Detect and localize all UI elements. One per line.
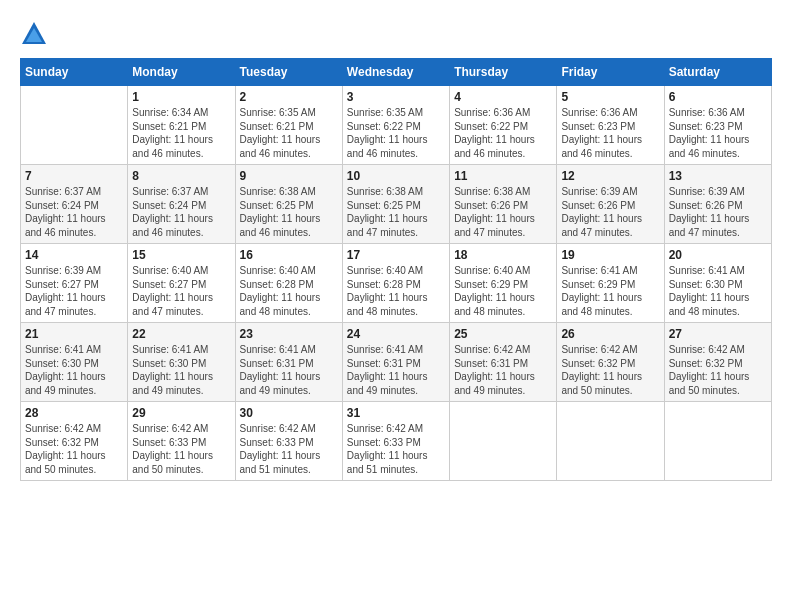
day-info: Sunrise: 6:41 AMSunset: 6:30 PMDaylight:…	[669, 264, 767, 318]
calendar-table: SundayMondayTuesdayWednesdayThursdayFrid…	[20, 58, 772, 481]
calendar-cell: 13Sunrise: 6:39 AMSunset: 6:26 PMDayligh…	[664, 165, 771, 244]
day-info: Sunrise: 6:36 AMSunset: 6:22 PMDaylight:…	[454, 106, 552, 160]
calendar-cell: 16Sunrise: 6:40 AMSunset: 6:28 PMDayligh…	[235, 244, 342, 323]
calendar-cell	[21, 86, 128, 165]
calendar-cell: 19Sunrise: 6:41 AMSunset: 6:29 PMDayligh…	[557, 244, 664, 323]
day-info: Sunrise: 6:38 AMSunset: 6:25 PMDaylight:…	[347, 185, 445, 239]
calendar-cell: 11Sunrise: 6:38 AMSunset: 6:26 PMDayligh…	[450, 165, 557, 244]
calendar-cell: 28Sunrise: 6:42 AMSunset: 6:32 PMDayligh…	[21, 402, 128, 481]
day-number: 26	[561, 327, 659, 341]
day-info: Sunrise: 6:42 AMSunset: 6:33 PMDaylight:…	[240, 422, 338, 476]
logo-icon	[20, 20, 48, 48]
day-number: 20	[669, 248, 767, 262]
day-number: 16	[240, 248, 338, 262]
day-info: Sunrise: 6:42 AMSunset: 6:33 PMDaylight:…	[132, 422, 230, 476]
day-info: Sunrise: 6:35 AMSunset: 6:22 PMDaylight:…	[347, 106, 445, 160]
calendar-cell: 17Sunrise: 6:40 AMSunset: 6:28 PMDayligh…	[342, 244, 449, 323]
calendar-cell: 22Sunrise: 6:41 AMSunset: 6:30 PMDayligh…	[128, 323, 235, 402]
calendar-header-thursday: Thursday	[450, 59, 557, 86]
day-number: 31	[347, 406, 445, 420]
day-info: Sunrise: 6:40 AMSunset: 6:28 PMDaylight:…	[347, 264, 445, 318]
calendar-week-row: 7Sunrise: 6:37 AMSunset: 6:24 PMDaylight…	[21, 165, 772, 244]
day-info: Sunrise: 6:42 AMSunset: 6:31 PMDaylight:…	[454, 343, 552, 397]
day-info: Sunrise: 6:37 AMSunset: 6:24 PMDaylight:…	[25, 185, 123, 239]
day-number: 25	[454, 327, 552, 341]
calendar-week-row: 21Sunrise: 6:41 AMSunset: 6:30 PMDayligh…	[21, 323, 772, 402]
day-info: Sunrise: 6:36 AMSunset: 6:23 PMDaylight:…	[561, 106, 659, 160]
calendar-cell: 3Sunrise: 6:35 AMSunset: 6:22 PMDaylight…	[342, 86, 449, 165]
calendar-cell: 10Sunrise: 6:38 AMSunset: 6:25 PMDayligh…	[342, 165, 449, 244]
calendar-cell: 26Sunrise: 6:42 AMSunset: 6:32 PMDayligh…	[557, 323, 664, 402]
day-info: Sunrise: 6:41 AMSunset: 6:29 PMDaylight:…	[561, 264, 659, 318]
logo	[20, 20, 52, 48]
day-number: 30	[240, 406, 338, 420]
day-number: 3	[347, 90, 445, 104]
day-number: 19	[561, 248, 659, 262]
calendar-cell	[450, 402, 557, 481]
calendar-cell: 14Sunrise: 6:39 AMSunset: 6:27 PMDayligh…	[21, 244, 128, 323]
day-number: 17	[347, 248, 445, 262]
day-number: 27	[669, 327, 767, 341]
day-info: Sunrise: 6:34 AMSunset: 6:21 PMDaylight:…	[132, 106, 230, 160]
day-number: 4	[454, 90, 552, 104]
calendar-header-monday: Monday	[128, 59, 235, 86]
calendar-cell: 7Sunrise: 6:37 AMSunset: 6:24 PMDaylight…	[21, 165, 128, 244]
day-info: Sunrise: 6:40 AMSunset: 6:28 PMDaylight:…	[240, 264, 338, 318]
day-info: Sunrise: 6:35 AMSunset: 6:21 PMDaylight:…	[240, 106, 338, 160]
calendar-cell	[557, 402, 664, 481]
day-info: Sunrise: 6:40 AMSunset: 6:27 PMDaylight:…	[132, 264, 230, 318]
calendar-header-row: SundayMondayTuesdayWednesdayThursdayFrid…	[21, 59, 772, 86]
calendar-header-wednesday: Wednesday	[342, 59, 449, 86]
day-number: 23	[240, 327, 338, 341]
day-number: 15	[132, 248, 230, 262]
day-info: Sunrise: 6:41 AMSunset: 6:30 PMDaylight:…	[25, 343, 123, 397]
day-number: 7	[25, 169, 123, 183]
day-number: 28	[25, 406, 123, 420]
day-info: Sunrise: 6:41 AMSunset: 6:30 PMDaylight:…	[132, 343, 230, 397]
calendar-week-row: 14Sunrise: 6:39 AMSunset: 6:27 PMDayligh…	[21, 244, 772, 323]
day-number: 13	[669, 169, 767, 183]
day-number: 5	[561, 90, 659, 104]
day-number: 14	[25, 248, 123, 262]
calendar-cell	[664, 402, 771, 481]
day-number: 29	[132, 406, 230, 420]
page-header	[20, 20, 772, 48]
day-number: 24	[347, 327, 445, 341]
calendar-header-friday: Friday	[557, 59, 664, 86]
day-info: Sunrise: 6:42 AMSunset: 6:33 PMDaylight:…	[347, 422, 445, 476]
calendar-cell: 27Sunrise: 6:42 AMSunset: 6:32 PMDayligh…	[664, 323, 771, 402]
day-number: 2	[240, 90, 338, 104]
day-info: Sunrise: 6:41 AMSunset: 6:31 PMDaylight:…	[240, 343, 338, 397]
calendar-cell: 4Sunrise: 6:36 AMSunset: 6:22 PMDaylight…	[450, 86, 557, 165]
day-info: Sunrise: 6:38 AMSunset: 6:25 PMDaylight:…	[240, 185, 338, 239]
calendar-cell: 24Sunrise: 6:41 AMSunset: 6:31 PMDayligh…	[342, 323, 449, 402]
calendar-cell: 8Sunrise: 6:37 AMSunset: 6:24 PMDaylight…	[128, 165, 235, 244]
day-number: 10	[347, 169, 445, 183]
calendar-cell: 18Sunrise: 6:40 AMSunset: 6:29 PMDayligh…	[450, 244, 557, 323]
day-info: Sunrise: 6:42 AMSunset: 6:32 PMDaylight:…	[25, 422, 123, 476]
day-info: Sunrise: 6:39 AMSunset: 6:26 PMDaylight:…	[669, 185, 767, 239]
day-info: Sunrise: 6:41 AMSunset: 6:31 PMDaylight:…	[347, 343, 445, 397]
day-number: 6	[669, 90, 767, 104]
day-number: 8	[132, 169, 230, 183]
day-info: Sunrise: 6:42 AMSunset: 6:32 PMDaylight:…	[669, 343, 767, 397]
calendar-cell: 25Sunrise: 6:42 AMSunset: 6:31 PMDayligh…	[450, 323, 557, 402]
calendar-header-tuesday: Tuesday	[235, 59, 342, 86]
day-number: 9	[240, 169, 338, 183]
day-info: Sunrise: 6:42 AMSunset: 6:32 PMDaylight:…	[561, 343, 659, 397]
day-info: Sunrise: 6:38 AMSunset: 6:26 PMDaylight:…	[454, 185, 552, 239]
calendar-week-row: 1Sunrise: 6:34 AMSunset: 6:21 PMDaylight…	[21, 86, 772, 165]
calendar-cell: 1Sunrise: 6:34 AMSunset: 6:21 PMDaylight…	[128, 86, 235, 165]
day-number: 12	[561, 169, 659, 183]
calendar-cell: 6Sunrise: 6:36 AMSunset: 6:23 PMDaylight…	[664, 86, 771, 165]
calendar-cell: 20Sunrise: 6:41 AMSunset: 6:30 PMDayligh…	[664, 244, 771, 323]
calendar-cell: 21Sunrise: 6:41 AMSunset: 6:30 PMDayligh…	[21, 323, 128, 402]
calendar-cell: 29Sunrise: 6:42 AMSunset: 6:33 PMDayligh…	[128, 402, 235, 481]
calendar-week-row: 28Sunrise: 6:42 AMSunset: 6:32 PMDayligh…	[21, 402, 772, 481]
day-info: Sunrise: 6:39 AMSunset: 6:26 PMDaylight:…	[561, 185, 659, 239]
calendar-cell: 5Sunrise: 6:36 AMSunset: 6:23 PMDaylight…	[557, 86, 664, 165]
calendar-cell: 2Sunrise: 6:35 AMSunset: 6:21 PMDaylight…	[235, 86, 342, 165]
calendar-cell: 31Sunrise: 6:42 AMSunset: 6:33 PMDayligh…	[342, 402, 449, 481]
calendar-cell: 9Sunrise: 6:38 AMSunset: 6:25 PMDaylight…	[235, 165, 342, 244]
calendar-cell: 30Sunrise: 6:42 AMSunset: 6:33 PMDayligh…	[235, 402, 342, 481]
